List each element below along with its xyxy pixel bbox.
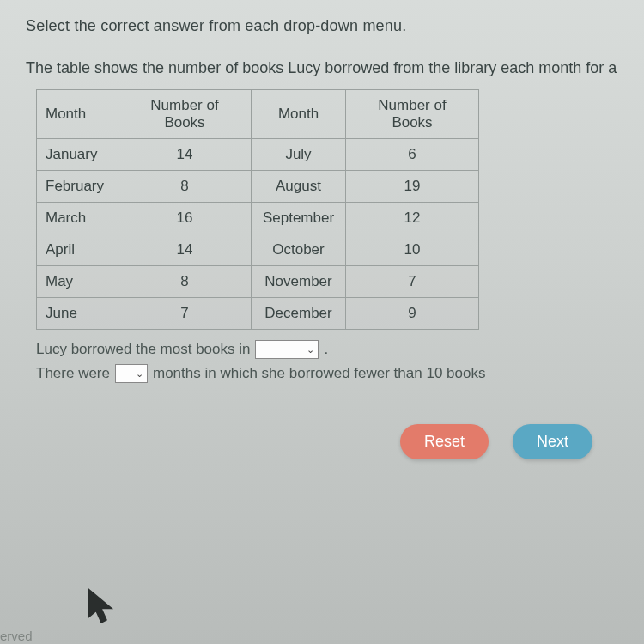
cell-month: November xyxy=(252,266,346,298)
next-button[interactable]: Next xyxy=(513,424,592,459)
q2-text-a: There were xyxy=(36,365,110,382)
table-header-row: Month Number of Books Month Number of Bo… xyxy=(37,90,479,139)
cell-books: 19 xyxy=(346,171,479,203)
cell-month: March xyxy=(37,203,118,234)
cell-month: October xyxy=(252,234,346,266)
question-2: There were ⌄ months in which she borrowe… xyxy=(36,364,618,383)
chevron-down-icon: ⌄ xyxy=(307,344,314,355)
dropdown-months-count[interactable]: ⌄ xyxy=(115,364,148,383)
cell-month: January xyxy=(37,139,118,171)
table-row: February 8 August 19 xyxy=(37,171,479,203)
cell-books: 6 xyxy=(346,139,479,171)
header-month-2: Month xyxy=(252,90,346,139)
cell-month: May xyxy=(37,266,118,298)
table-row: March 16 September 12 xyxy=(37,203,479,234)
chevron-down-icon: ⌄ xyxy=(136,368,143,380)
footer-fragment: erved xyxy=(0,629,33,643)
cell-month: July xyxy=(252,139,346,171)
cell-books: 14 xyxy=(118,139,252,171)
q1-text-b: . xyxy=(324,341,328,358)
cell-month: June xyxy=(37,298,118,330)
reset-button[interactable]: Reset xyxy=(400,424,489,459)
instruction-text: Select the correct answer from each drop… xyxy=(26,17,618,35)
cell-books: 8 xyxy=(118,171,252,203)
cell-books: 14 xyxy=(118,234,252,266)
table-row: May 8 November 7 xyxy=(37,266,479,298)
header-month-1: Month xyxy=(37,90,118,139)
table-row: June 7 December 9 xyxy=(37,298,479,330)
dropdown-most-books-month[interactable]: ⌄ xyxy=(255,340,319,359)
cursor-icon xyxy=(86,586,117,631)
cell-books: 10 xyxy=(346,234,479,266)
q2-text-b: months in which she borrowed fewer than … xyxy=(153,365,485,382)
cell-month: September xyxy=(252,203,346,234)
context-text: The table shows the number of books Lucy… xyxy=(26,59,618,77)
cell-books: 12 xyxy=(346,203,479,234)
question-1: Lucy borrowed the most books in ⌄ . xyxy=(36,340,618,359)
table-row: January 14 July 6 xyxy=(37,139,479,171)
cell-month: April xyxy=(37,234,118,266)
cell-books: 7 xyxy=(118,298,252,330)
cell-month: February xyxy=(37,171,118,203)
header-books-2: Number of Books xyxy=(346,90,479,139)
header-books-1: Number of Books xyxy=(118,90,252,139)
button-row: Reset Next xyxy=(26,424,618,459)
cell-books: 16 xyxy=(118,203,252,234)
q1-text-a: Lucy borrowed the most books in xyxy=(36,341,250,358)
cell-month: August xyxy=(252,171,346,203)
cell-month: December xyxy=(252,298,346,330)
cell-books: 9 xyxy=(346,298,479,330)
table-row: April 14 October 10 xyxy=(37,234,479,266)
cell-books: 8 xyxy=(118,266,252,298)
books-table: Month Number of Books Month Number of Bo… xyxy=(36,89,479,330)
cell-books: 7 xyxy=(346,266,479,298)
